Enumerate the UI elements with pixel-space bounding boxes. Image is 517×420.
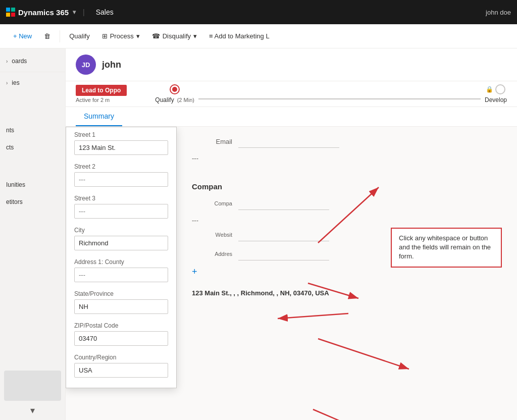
disqualify-button[interactable]: ☎ Disqualify ▾ [147, 29, 202, 43]
website-label: Websit [192, 232, 232, 238]
sidebar-item-boards[interactable]: › oards [0, 52, 65, 70]
boards-label: oards [12, 58, 27, 65]
status-label: Lead to Oppo [82, 87, 121, 94]
website-row: Websit [192, 228, 507, 241]
boards-chevron-icon: › [6, 59, 8, 64]
main-layout: › oards › ies nts cts Iunities etitors ▾ [0, 48, 517, 420]
app-name-label: Dynamics 365 [18, 8, 69, 17]
process-icon: ⊞ [102, 32, 108, 40]
disqualify-label: Disqualify [163, 32, 191, 40]
company-name-label: Compa [192, 200, 232, 206]
content-area: JD john Lead to Oppo Active for 2 m Qual… [66, 48, 517, 420]
popup-field-street2: Street 2 [66, 159, 176, 191]
popup-field-country: Country/Region [66, 350, 176, 382]
separator [60, 30, 60, 42]
street2-input[interactable] [74, 172, 168, 187]
develop-circle [495, 84, 505, 94]
city-input[interactable] [74, 236, 168, 250]
process-button[interactable]: ⊞ Process ▾ [97, 29, 145, 43]
qualify-circle [170, 84, 180, 94]
user-name-label: john doe [486, 9, 511, 16]
bp-line-1 [198, 98, 481, 99]
sidebar-divider-1 [0, 72, 65, 72]
email-value [238, 135, 339, 148]
competitors-label: etitors [6, 198, 23, 205]
address-row: Addres [192, 247, 507, 260]
country-input[interactable] [74, 363, 168, 378]
company-section: Compan Compa --- Websit [192, 182, 507, 260]
sidebar-item-ies[interactable]: › ies [0, 74, 65, 91]
sidebar-item-nts[interactable]: nts [0, 122, 65, 139]
sidebar-scroll-down-icon[interactable]: ▾ [30, 405, 35, 416]
bp-stage-develop[interactable]: 🔒 Develop [485, 84, 507, 103]
new-button[interactable]: + New [8, 29, 37, 43]
record-name: john [102, 60, 121, 70]
zip-input[interactable] [74, 331, 168, 346]
delete-button[interactable]: 🗑 [39, 29, 56, 43]
nts-label: nts [6, 127, 14, 134]
address-value [238, 247, 329, 260]
city-label: City [74, 227, 168, 234]
company-name-value [238, 197, 329, 210]
ies-chevron-icon: › [6, 80, 8, 86]
qualify-label: Qualify [155, 96, 174, 103]
county-input[interactable] [74, 268, 168, 282]
sidebar: › oards › ies nts cts Iunities etitors ▾ [0, 48, 66, 420]
avatar-text: JD [82, 61, 90, 69]
sidebar-item-competitors[interactable]: etitors [0, 193, 65, 211]
website-value [238, 228, 329, 241]
state-input[interactable] [74, 299, 168, 314]
sidebar-item-opportunities[interactable]: Iunities [0, 176, 65, 193]
address-popup: Street 1 Street 2 Street 3 City [66, 127, 177, 388]
tabs-bar: Summary [66, 107, 517, 127]
add-marketing-button[interactable]: ≡ Add to Marketing L [204, 29, 275, 43]
popup-field-city: City [66, 223, 176, 254]
bp-bar: Qualify (2 Min) 🔒 Develop [155, 84, 507, 103]
form-fields: Email --- Compan Compa [192, 135, 507, 301]
new-button-label: + New [13, 32, 32, 40]
county-label: Address 1: County [74, 258, 168, 266]
add-marketing-label: ≡ Add to Marketing L [209, 32, 270, 40]
state-label: State/Province [74, 290, 168, 297]
status-banner: Lead to Oppo [76, 85, 127, 96]
disqualify-chevron-icon: ▾ [193, 32, 197, 40]
popup-field-street1: Street 1 [66, 127, 176, 159]
svg-line-5 [313, 409, 419, 420]
popup-field-street3: Street 3 [66, 191, 176, 223]
disqualify-icon: ☎ [152, 32, 160, 40]
svg-line-4 [318, 339, 409, 369]
street1-input[interactable] [74, 140, 168, 155]
ies-label: ies [12, 79, 19, 86]
delete-icon: 🗑 [44, 32, 50, 40]
record-header: JD john [66, 48, 517, 81]
street3-input[interactable] [74, 204, 168, 219]
email-row: Email [192, 135, 507, 148]
lock-icon: 🔒 [486, 86, 493, 93]
qualify-label: Qualify [69, 32, 89, 40]
add-field-button[interactable]: + [192, 267, 507, 277]
top-nav: Dynamics 365 ▾ | Sales john doe [0, 0, 517, 24]
tab-summary[interactable]: Summary [76, 107, 122, 126]
popup-field-county: Address 1: County [66, 254, 176, 286]
avatar: JD [76, 55, 96, 75]
sidebar-item-cts[interactable]: cts [0, 139, 65, 156]
tab-summary-label: Summary [84, 112, 114, 120]
qualify-button[interactable]: Qualify [64, 29, 94, 43]
command-bar: + New 🗑 Qualify ⊞ Process ▾ ☎ Disqualify… [0, 24, 517, 48]
opportunities-label: Iunities [6, 181, 25, 188]
status-bp-bar: Lead to Oppo Active for 2 m Qualify (2 M… [66, 81, 517, 107]
app-chevron-icon[interactable]: ▾ [73, 9, 76, 16]
company-section-title: Compan [192, 182, 507, 191]
popup-field-state: State/Province [66, 286, 176, 318]
email-label: Email [192, 138, 232, 145]
dash-label-2: --- [192, 217, 198, 224]
dynamics-logo[interactable]: Dynamics 365 ▾ [6, 8, 76, 17]
dash-label-1: --- [192, 154, 198, 162]
process-chevron-icon: ▾ [136, 32, 140, 40]
module-name-label: Sales [96, 8, 114, 16]
status-sub-label: Active for 2 m [76, 97, 127, 103]
bp-stage-qualify[interactable]: Qualify (2 Min) [155, 84, 194, 103]
country-label: Country/Region [74, 354, 168, 361]
form-content[interactable]: Street 1 Street 2 Street 3 City [66, 127, 517, 420]
street3-label: Street 3 [74, 195, 168, 202]
